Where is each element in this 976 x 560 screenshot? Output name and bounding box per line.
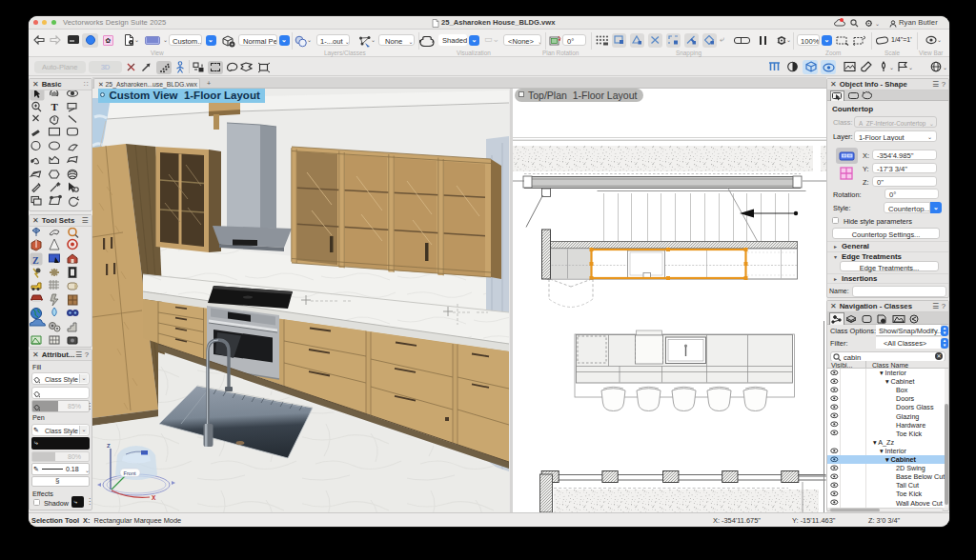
svg-text:Z: Z bbox=[107, 443, 111, 449]
svg-text:X: X bbox=[152, 494, 156, 501]
svg-text:Front: Front bbox=[124, 470, 137, 476]
svg-text:Z: Z bbox=[32, 255, 39, 266]
svg-text:T: T bbox=[51, 101, 59, 112]
